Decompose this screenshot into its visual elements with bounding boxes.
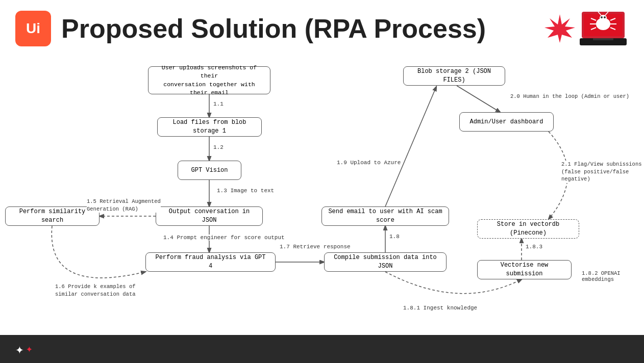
svg-point-5: [601, 16, 603, 18]
node-output-json: Output conversation in JSON: [156, 206, 263, 226]
label-1-8: 1.8: [389, 234, 400, 240]
label-1-4: 1.4 Prompt engineer for score output: [163, 235, 285, 241]
node-send-email: Send email to user with AI scam score: [321, 206, 449, 226]
label-1-3: 1.3 Image to text: [217, 188, 274, 194]
node-blob2: Blob storage 2 (JSON FILES): [403, 66, 505, 86]
node-similarity-search: Perform similarity search: [5, 206, 100, 226]
svg-line-24: [457, 86, 500, 112]
footer-star-2: ✦: [26, 342, 33, 356]
label-1-8-1: 1.8.1 Ingest knowledge: [403, 305, 477, 311]
label-1-5: 1.5 Retrieval AugmentedGeneration (RAG): [87, 198, 161, 213]
svg-point-6: [604, 16, 606, 18]
node-admin-dashboard: Admin/User dashboard: [459, 112, 554, 132]
node-compile-json: Compile submission data into JSON: [324, 252, 447, 272]
label-2-0: 2.0 Human in the loop (Admin or user): [510, 93, 629, 99]
header: Ui Proposed Solution (RPA Process): [0, 0, 644, 57]
label-1-7: 1.7 Retrieve response: [280, 244, 351, 250]
svg-rect-16: [593, 38, 613, 40]
svg-point-4: [600, 15, 607, 21]
page-title: Proposed Solution (RPA Process): [61, 13, 486, 44]
starburst-icon: [544, 13, 575, 44]
node-vectorise: Vectorise new submission: [477, 260, 572, 279]
diagram: User uploads screenshots of theirconvers…: [0, 61, 644, 335]
logo-text: Ui: [26, 20, 40, 37]
node-load-blob: Load files from blob storage 1: [157, 117, 262, 137]
node-vectordb: Store in vectordb (Pinecone): [477, 219, 579, 239]
header-icons: [544, 9, 629, 47]
node-upload: User uploads screenshots of theirconvers…: [148, 66, 270, 94]
ui-logo: Ui: [15, 11, 51, 46]
label-2-1: 2.1 Flag/View subnissions(false positive…: [561, 161, 644, 183]
node-gpt-vision: GPT Vision: [178, 161, 241, 180]
label-1-9: 1.9 Upload to Azure: [337, 160, 401, 166]
label-1-6: 1.6 Provide k examples ofsimilar convers…: [55, 283, 136, 298]
label-1-8-3: 1.8.3: [526, 244, 542, 250]
footer-star-1: ✦: [15, 341, 24, 358]
label-1-1: 1.1: [213, 101, 224, 107]
svg-line-23: [385, 87, 436, 206]
footer: ✦ ✦: [0, 335, 644, 363]
label-1-8-2: 1.8.2 OPENAI embeddings: [582, 270, 644, 282]
svg-marker-0: [544, 14, 575, 43]
node-fraud-analysis: Perform fraud analysis via GPT 4: [145, 252, 276, 272]
label-1-2: 1.2: [213, 144, 224, 150]
laptop-icon: [578, 9, 629, 47]
